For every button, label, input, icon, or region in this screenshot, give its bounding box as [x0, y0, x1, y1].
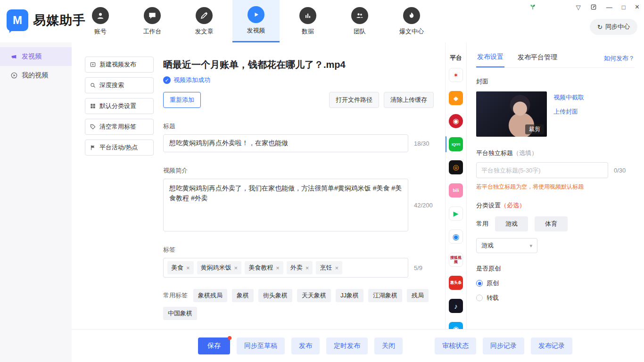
- clear-upload-cache-button[interactable]: 清除上传缓存: [384, 92, 434, 108]
- description-label: 视频简介: [163, 166, 434, 175]
- platform-8-icon[interactable]: ◉: [449, 230, 463, 244]
- platform-item[interactable]: 搜狐视频: [449, 253, 463, 267]
- filter-icon[interactable]: ▽: [576, 4, 581, 11]
- publish-records-button[interactable]: 发布记录: [531, 337, 572, 354]
- nav-item-hot-center[interactable]: 爆文中心: [388, 0, 435, 42]
- radio-repost[interactable]: 转载: [476, 294, 635, 302]
- sync-center-button[interactable]: ↻ 同步中心: [590, 19, 637, 35]
- platform-item[interactable]: iQIYI: [449, 137, 463, 151]
- platform-12-icon[interactable]: ◉: [449, 322, 463, 329]
- bilibili-icon[interactable]: bili: [449, 183, 463, 197]
- tag-chip[interactable]: 烹饪×: [316, 261, 342, 274]
- nav-item-data[interactable]: 数据: [284, 0, 331, 42]
- platform-item[interactable]: ♪: [449, 299, 463, 313]
- nav-item-account[interactable]: 账号: [77, 0, 124, 42]
- new-video-publish-button[interactable]: 新建视频发布: [85, 57, 154, 73]
- platform-item[interactable]: ▶: [449, 206, 463, 221]
- platform-item[interactable]: ◉: [449, 322, 463, 329]
- platform-column-label: 平台: [450, 54, 462, 62]
- common-tag[interactable]: JJ象棋: [336, 289, 363, 302]
- tag-chip[interactable]: 美食教程×: [245, 261, 283, 274]
- title-input[interactable]: [163, 134, 408, 152]
- open-file-path-button[interactable]: 打开文件路径: [329, 92, 379, 108]
- tag-chip[interactable]: 黄焖鸡米饭×: [197, 261, 242, 274]
- readd-video-button[interactable]: 重新添加: [163, 92, 201, 108]
- platform-item[interactable]: ✶: [449, 68, 463, 82]
- tag-chip[interactable]: 外卖×: [287, 261, 313, 274]
- common-tag[interactable]: 江湖象棋: [368, 289, 402, 302]
- tab-publish-settings[interactable]: 发布设置: [476, 49, 504, 67]
- upload-cover-link[interactable]: 上传封面: [553, 107, 584, 116]
- radio-original[interactable]: 原创: [476, 279, 635, 288]
- play-circle-icon: [10, 72, 18, 79]
- publish-button[interactable]: 发布: [291, 337, 320, 354]
- common-tag[interactable]: 中国象棋: [163, 307, 197, 320]
- capture-from-video-link[interactable]: 视频中截取: [553, 93, 584, 102]
- sohu-video-icon[interactable]: 搜狐视频: [449, 253, 463, 267]
- platform-item[interactable]: bili: [449, 183, 463, 197]
- nav-item-publish-article[interactable]: 发文章: [181, 0, 228, 42]
- platform-5-icon[interactable]: ◎: [449, 160, 463, 174]
- minimize-button[interactable]: —: [606, 4, 612, 11]
- flag-icon: [90, 144, 96, 151]
- close-button[interactable]: ×: [635, 3, 639, 11]
- sidebar-item-my-videos[interactable]: 我的视频: [0, 66, 72, 85]
- platform-item[interactable]: ◉: [449, 114, 463, 128]
- platform-7-icon[interactable]: ▶: [449, 206, 463, 221]
- tab-platform-management[interactable]: 发布平台管理: [517, 49, 558, 67]
- remove-tag-icon[interactable]: ×: [234, 264, 238, 272]
- nav-item-team[interactable]: 团队: [336, 0, 383, 42]
- platform-item[interactable]: ◉: [449, 230, 463, 244]
- clear-common-tags-button[interactable]: 清空常用标签: [85, 119, 154, 135]
- common-tag[interactable]: 街头象棋: [258, 289, 292, 302]
- iqiyi-icon[interactable]: iQIYI: [449, 137, 463, 151]
- video-editor: 晒最近一个月账单，钱都花在哪儿了？.mp4 ✓ 视频添加成功 重新添加 打开文件…: [157, 42, 445, 329]
- ifeng-icon[interactable]: ◉: [449, 114, 463, 128]
- maximize-button[interactable]: □: [622, 4, 626, 11]
- remove-tag-icon[interactable]: ×: [276, 264, 280, 272]
- category-quick-game[interactable]: 游戏: [495, 216, 528, 231]
- platform-activity-button[interactable]: 平台活动/热点: [85, 140, 154, 156]
- sidebar-item-publish-video[interactable]: 发视频: [0, 47, 72, 66]
- close-editor-button[interactable]: 关闭: [374, 337, 403, 354]
- remove-tag-icon[interactable]: ×: [335, 264, 339, 272]
- review-status-button[interactable]: 审核状态: [435, 337, 476, 354]
- category-quick-sports[interactable]: 体育: [535, 216, 568, 231]
- sync-records-button[interactable]: 同步记录: [483, 337, 524, 354]
- common-tag[interactable]: 象棋残局: [193, 289, 227, 302]
- common-tag[interactable]: 天天象棋: [297, 289, 331, 302]
- common-tag[interactable]: 残局: [407, 289, 429, 302]
- platform-item[interactable]: ◎: [449, 160, 463, 174]
- default-category-button[interactable]: 默认分类设置: [85, 98, 154, 114]
- tags-input[interactable]: 美食× 黄焖鸡米饭× 美食教程× 外卖× 烹饪×: [163, 258, 408, 278]
- sync-to-draft-button[interactable]: 同步至草稿: [237, 337, 285, 354]
- platform-title-input[interactable]: [476, 162, 608, 178]
- radio-selected-icon[interactable]: [476, 280, 483, 287]
- description-counter: 42/200: [414, 202, 433, 209]
- description-textarea[interactable]: 想吃黄焖鸡别再点外卖了，我们在家也能做，方法很简单#黄焖鸡米饭 #美食 #美食教…: [163, 179, 408, 231]
- search-icon: [90, 82, 96, 89]
- remove-tag-icon[interactable]: ×: [186, 264, 190, 272]
- radio-unselected-icon[interactable]: [476, 295, 483, 301]
- scheduled-publish-button[interactable]: 定时发布: [326, 337, 368, 354]
- common-tag[interactable]: 象棋: [232, 289, 254, 302]
- tray-plant-icon[interactable]: [529, 3, 537, 10]
- success-check-icon: ✓: [163, 76, 171, 84]
- edit-icon[interactable]: [590, 4, 597, 10]
- nav-item-publish-video[interactable]: 发视频: [232, 0, 280, 42]
- platform-item[interactable]: 惠头条: [449, 276, 463, 290]
- nav-item-workbench[interactable]: 工作台: [129, 0, 176, 42]
- huitoutiao-icon[interactable]: 惠头条: [449, 276, 463, 290]
- category-select[interactable]: 游戏 ▾: [476, 238, 537, 253]
- remove-tag-icon[interactable]: ×: [305, 264, 309, 272]
- how-to-publish-link[interactable]: 如何发布？: [604, 54, 635, 63]
- douyin-icon[interactable]: ♪: [449, 299, 463, 313]
- tag-chip[interactable]: 美食×: [167, 261, 194, 274]
- crop-button[interactable]: 裁剪: [525, 124, 544, 134]
- platform-item[interactable]: ◆: [449, 91, 463, 105]
- cover-thumbnail[interactable]: 裁剪: [476, 91, 547, 137]
- platform-2-icon[interactable]: ◆: [449, 91, 463, 105]
- save-button[interactable]: 保存: [198, 337, 230, 354]
- deep-search-button[interactable]: 深度搜索: [85, 77, 154, 93]
- platform-1-icon[interactable]: ✶: [449, 68, 463, 82]
